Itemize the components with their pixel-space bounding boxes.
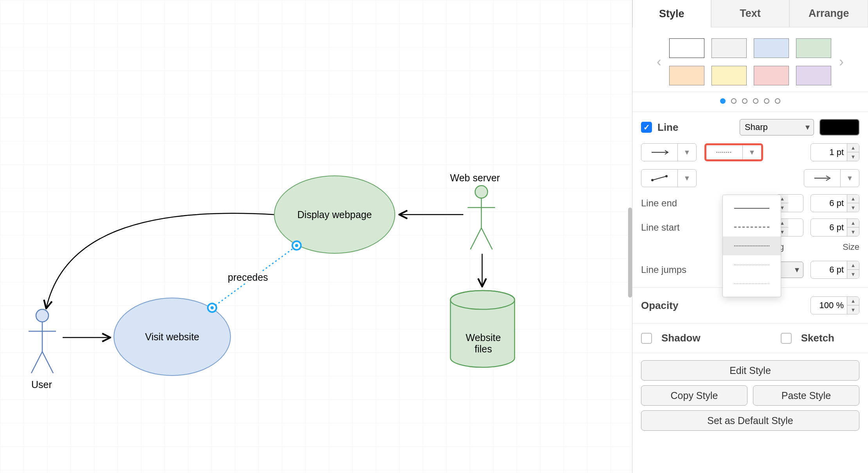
line-style-option-solid[interactable] xyxy=(723,199,781,218)
chevron-down-icon[interactable]: ▼ xyxy=(840,170,859,187)
svg-point-5 xyxy=(475,186,488,198)
svg-line-9 xyxy=(481,228,492,249)
swatch-next-icon[interactable]: › xyxy=(837,54,846,70)
datastore-website-files-label: Websitefiles xyxy=(460,332,507,355)
copy-style-button[interactable]: Copy Style xyxy=(641,385,747,406)
line-enabled-checkbox[interactable] xyxy=(641,122,652,133)
actor-web-server-label: Web server xyxy=(450,172,500,184)
stepper-down-icon[interactable]: ▼ xyxy=(847,270,859,279)
edge-precedes-label[interactable]: precedes xyxy=(226,272,270,283)
set-default-style-button[interactable]: Set as Default Style xyxy=(641,410,859,431)
stepper-up-icon[interactable]: ▲ xyxy=(847,143,859,152)
panel-tabs: Style Text Arrange xyxy=(632,0,868,27)
svg-point-0 xyxy=(36,309,49,322)
opacity-field[interactable]: ▲▼ xyxy=(810,296,859,314)
swatch[interactable] xyxy=(711,66,747,85)
line-style-option-dashed[interactable] xyxy=(723,218,781,236)
shadow-checkbox[interactable] xyxy=(641,333,652,344)
opacity-label: Opacity xyxy=(641,300,678,312)
size-column-header: Size xyxy=(843,242,859,252)
svg-line-8 xyxy=(470,228,481,249)
swatch[interactable] xyxy=(754,38,789,58)
usecase-visit-website-label: Visit website xyxy=(145,331,200,343)
stepper-up-icon[interactable]: ▲ xyxy=(847,218,859,227)
swatch-page-dots xyxy=(632,92,868,112)
swatch[interactable] xyxy=(669,66,704,85)
line-style-option-fine-dotted[interactable] xyxy=(723,255,781,274)
swatch[interactable] xyxy=(669,38,704,58)
tab-arrange[interactable]: Arrange xyxy=(789,0,868,27)
svg-line-3 xyxy=(31,352,42,373)
stepper-down-icon[interactable]: ▼ xyxy=(847,305,859,314)
chevron-down-icon[interactable]: ▼ xyxy=(742,145,761,159)
tab-style[interactable]: Style xyxy=(632,0,711,27)
line-style-option-sparse-dotted[interactable] xyxy=(723,274,781,293)
swatch[interactable] xyxy=(754,66,789,85)
line-end-size-input[interactable] xyxy=(811,198,847,208)
stepper-up-icon[interactable]: ▲ xyxy=(847,194,859,203)
line-width-field[interactable]: ▲▼ xyxy=(810,143,859,161)
stepper-down-icon[interactable]: ▼ xyxy=(847,227,859,236)
sketch-checkbox[interactable] xyxy=(781,333,792,344)
shadow-label: Shadow xyxy=(661,332,701,344)
stepper-down-icon[interactable]: ▼ xyxy=(847,152,859,161)
line-shape-select[interactable]: Sharp xyxy=(740,119,814,135)
diagram-canvas[interactable]: User Web server Visit website Display we… xyxy=(0,0,632,473)
actor-user-label: User xyxy=(31,379,52,390)
waypoint-style-select[interactable]: ▼ xyxy=(641,169,697,187)
arrow-end-select[interactable]: ▼ xyxy=(804,169,859,187)
page-dot[interactable] xyxy=(775,98,780,104)
page-dot[interactable] xyxy=(764,98,769,104)
chevron-down-icon[interactable]: ▼ xyxy=(677,144,696,161)
format-panel: Style Text Arrange ‹ › Line Sharp xyxy=(632,0,868,473)
opacity-input[interactable] xyxy=(811,300,847,311)
swatch[interactable] xyxy=(796,66,831,85)
page-dot[interactable] xyxy=(731,98,737,104)
line-end-size-field[interactable]: ▲▼ xyxy=(810,194,859,212)
line-label: Line xyxy=(657,121,678,134)
usecase-display-webpage[interactable]: Display webpage xyxy=(274,175,395,254)
line-style-option-dotted[interactable] xyxy=(723,236,781,255)
line-style-select[interactable]: ▼ xyxy=(704,143,763,161)
stepper-up-icon[interactable]: ▲ xyxy=(847,296,859,305)
actor-web-server[interactable] xyxy=(466,185,497,251)
stepper-up-icon[interactable]: ▲ xyxy=(847,261,859,270)
line-style-dropdown-popup xyxy=(722,195,781,297)
line-start-size-input[interactable] xyxy=(811,222,847,233)
actor-user[interactable] xyxy=(27,309,58,375)
svg-point-19 xyxy=(651,179,654,181)
canvas-scrollbar[interactable] xyxy=(628,208,632,298)
page-dot[interactable] xyxy=(720,98,726,104)
svg-line-18 xyxy=(652,176,666,180)
connection-endpoint-handle[interactable] xyxy=(292,240,302,251)
edit-style-button[interactable]: Edit Style xyxy=(641,360,859,381)
page-dot[interactable] xyxy=(753,98,758,104)
swatch-prev-icon[interactable]: ‹ xyxy=(654,54,664,70)
swatch[interactable] xyxy=(796,38,831,58)
paste-style-button[interactable]: Paste Style xyxy=(753,385,859,406)
stepper-down-icon[interactable]: ▼ xyxy=(847,203,859,212)
swatch[interactable] xyxy=(711,38,747,58)
connection-endpoint-handle[interactable] xyxy=(207,303,217,313)
page-dot[interactable] xyxy=(742,98,747,104)
connection-type-select[interactable]: ▼ xyxy=(641,143,697,161)
svg-point-20 xyxy=(665,175,668,177)
swatch-grid xyxy=(669,38,831,85)
line-width-input[interactable] xyxy=(811,147,847,157)
sketch-label: Sketch xyxy=(801,332,834,344)
line-start-size-field[interactable]: ▲▼ xyxy=(810,218,859,236)
tab-text[interactable]: Text xyxy=(711,0,790,27)
line-jumps-size-field[interactable]: ▲▼ xyxy=(810,261,859,279)
line-color-well[interactable] xyxy=(819,119,859,135)
line-jumps-size-input[interactable] xyxy=(811,265,847,275)
usecase-display-webpage-label: Display webpage xyxy=(297,209,372,220)
chevron-down-icon[interactable]: ▼ xyxy=(677,170,696,187)
svg-line-4 xyxy=(42,352,53,373)
datastore-website-files[interactable] xyxy=(449,290,516,370)
